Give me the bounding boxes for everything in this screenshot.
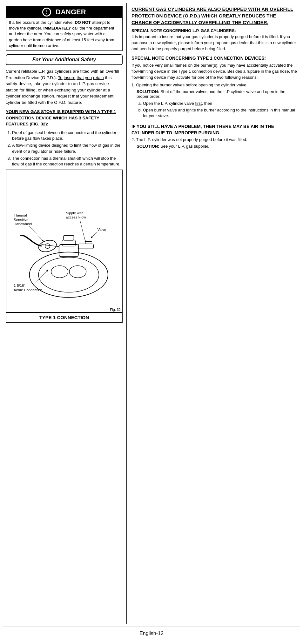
list-item-1: Proof of gas seal between the connector … (12, 130, 123, 141)
list-item-2: A flow-limiting device designed to limit… (12, 143, 123, 154)
reason1-num: 1. (131, 83, 136, 87)
danger-do-not: DO NOT (75, 20, 91, 25)
insure-word: insure (64, 75, 76, 80)
list-item-3: The connection has a thermal shut-off wh… (12, 156, 123, 167)
right-main-heading: CURRENT GAS CYLINDERS ARE ALSO EQUIPPED … (131, 6, 297, 26)
danger-body: If a fire occurs at the cylinder valve, … (6, 18, 122, 50)
type1-connection-svg: Thermal Sensitive Handwheel Nipple with … (8, 172, 120, 305)
special-note-heading: SPECIAL NOTE CONCERNING L.P. GAS CYLINDE… (131, 28, 297, 33)
solution2-container: SOLUTION: See your L.P. gas supplier. (137, 144, 297, 149)
svg-rect-10 (85, 242, 92, 244)
type1-subheading: YOUR NEW GAS STOVE IS EQUIPPED WITH A TY… (6, 109, 123, 127)
reason2-container: 2. The L.P. cylinder was not properly pu… (131, 137, 297, 142)
fig-caption-text: Fig. 32 (110, 308, 121, 312)
fig-title-text: TYPE 1 CONNECTION (39, 315, 89, 320)
danger-box: ! DANGER If a fire occurs at the cylinde… (6, 6, 123, 51)
type1-connection-heading: SPECIAL NOTE CONCERNING TYPE 1 CONNECTIO… (131, 55, 297, 62)
left-column: ! DANGER If a fire occurs at the cylinde… (3, 3, 127, 624)
solution2-label: SOLUTION: (137, 144, 159, 149)
svg-text:Nipple with: Nipple with (66, 211, 84, 215)
svg-point-2 (51, 266, 68, 278)
sub-list-item-b: Open burner valve and ignite the burner … (143, 107, 297, 119)
thermal-label: Thermal (14, 214, 27, 218)
right-column: CURRENT GAS CYLINDERS ARE ALSO EQUIPPED … (127, 3, 300, 624)
solution2-text: See your L.P. gas supplier. (160, 144, 209, 149)
svg-text:Handwheel: Handwheel (14, 222, 32, 226)
you-word: you (85, 75, 92, 80)
to-insure: To (58, 75, 63, 80)
reason2-num: 2. (131, 137, 136, 142)
svg-line-22 (32, 270, 48, 286)
left-body-text: Current refillable L.P. gas cylinders ar… (6, 68, 123, 105)
danger-header: ! DANGER (6, 6, 122, 18)
problem-heading: IF YOU STILL HAVE A PROBLEM, THEN THERE … (131, 124, 297, 136)
danger-triangle-icon: ! (42, 8, 51, 17)
svg-rect-11 (64, 236, 74, 240)
retain-word: retain (93, 75, 104, 80)
fig-title: TYPE 1 CONNECTION (6, 312, 122, 322)
reason1-text: Opening the burner valves before opening… (136, 83, 247, 87)
page: ! DANGER If a fire occurs at the cylinde… (0, 0, 303, 644)
danger-immediately: IMMEDIATELY (43, 26, 71, 30)
svg-rect-5 (62, 240, 75, 246)
svg-text:1-5/16": 1-5/16" (14, 284, 25, 287)
sub-list: Open the L.P. cylinder valve first, then… (143, 101, 297, 119)
safety-box: For Your Additional Safety (6, 54, 123, 65)
safety-features-list: Proof of gas seal between the connector … (7, 130, 123, 167)
solution1-container: SOLUTION: Shut off the burner valves and… (137, 89, 297, 99)
svg-text:Excess Flow: Excess Flow (66, 215, 86, 219)
svg-line-14 (30, 226, 43, 241)
svg-line-19 (91, 232, 98, 238)
safety-box-label: For Your Additional Safety (32, 57, 96, 62)
figure-diagram: Thermal Sensitive Handwheel Nipple with … (6, 170, 122, 307)
svg-rect-4 (59, 245, 78, 257)
footer-label: English-12 (139, 631, 164, 636)
solution1-label: SOLUTION: (137, 89, 159, 94)
svg-point-8 (45, 244, 50, 248)
special-note-body: It is important to insure that your gas … (131, 34, 297, 52)
two-column-layout: ! DANGER If a fire occurs at the cylinde… (3, 3, 300, 624)
svg-text:Sensitive: Sensitive (14, 218, 28, 222)
figure-box: Thermal Sensitive Handwheel Nipple with … (6, 170, 123, 323)
type1-body: If you notice very small flames on the b… (131, 63, 297, 81)
svg-point-3 (69, 266, 86, 278)
reason2-text: The L.P. cylinder was not properly purge… (136, 137, 247, 142)
that-word: that (77, 75, 84, 80)
first-underline: first (195, 101, 202, 106)
svg-text:Valve: Valve (98, 228, 106, 231)
svg-point-1 (38, 257, 99, 292)
reason1-container: 1. Opening the burner valves before open… (131, 83, 297, 87)
footer: English-12 (3, 627, 300, 638)
svg-rect-9 (78, 244, 94, 249)
svg-line-17 (80, 220, 85, 241)
fig-caption: Fig. 32 (6, 307, 122, 312)
svg-text:Acme Connection: Acme Connection (14, 288, 42, 292)
sub-list-item-a: Open the L.P. cylinder valve first, then (143, 101, 297, 107)
danger-title: DANGER (56, 8, 86, 16)
